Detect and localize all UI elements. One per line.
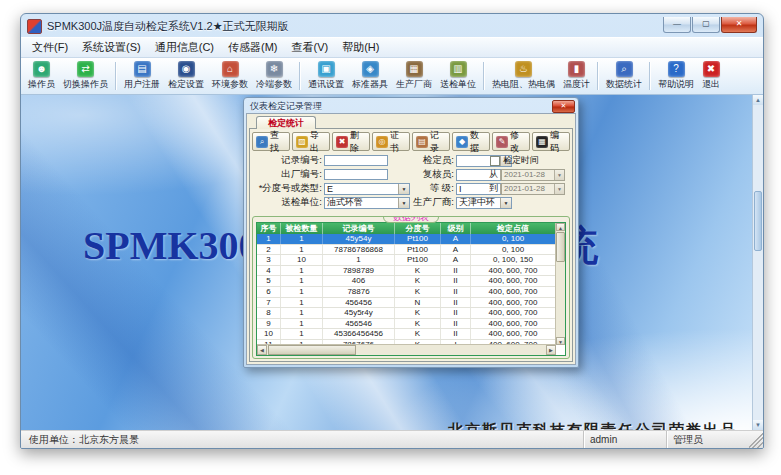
table-cell: 8 [257,308,281,318]
unit-combo[interactable]: 油式环管▼ [324,197,410,209]
horizontal-scroll-thumb[interactable] [268,345,356,355]
column-header[interactable]: 分度号 [395,223,441,234]
dialog-button-label: 编码 [550,129,566,155]
user-register-icon: ▤ [134,61,151,77]
table-cell: 1 [323,255,395,265]
toolbar-button-cold-junction-params[interactable]: ❄冷端参数 [252,59,296,94]
dialog-button-label: 数据 [470,129,486,155]
chevron-down-icon[interactable]: ▼ [500,198,511,208]
title-bar: SPMK300J温度自动检定系统V1.2★正式无限期版 — ▢ ✕ [21,14,763,37]
toolbar-button-switch-operator[interactable]: ⇄切换操作员 [59,59,112,94]
type-combo[interactable]: E▼ [324,183,410,195]
scroll-up-icon[interactable]: ▲ [753,95,763,105]
table-row[interactable]: 417898789KII400, 600, 700 [257,266,556,277]
chevron-down-icon[interactable]: ▼ [398,184,409,194]
tab-statistics[interactable]: 检定统计 [256,116,316,129]
menu-general-info[interactable]: 通用信息(C) [148,39,221,56]
table-cell: 1 [281,287,323,297]
app-icon [27,19,42,34]
toolbar-button-standard-instruments[interactable]: ◈标准器具 [348,59,392,94]
column-header[interactable]: 记录编号 [323,223,395,234]
record-button[interactable]: ▤记录 [412,132,450,151]
table-row[interactable]: 1145y54yPt100A0, 100 [257,234,556,245]
environment-params-icon: ⌂ [222,61,239,77]
toolbar-button-label: 通讯设置 [308,78,344,91]
factory-no-input[interactable] [324,169,388,180]
toolbar-button-operator[interactable]: ☻操作员 [24,59,59,94]
export-button[interactable]: ▨导出 [292,132,330,151]
table-row[interactable]: 71456456NII400, 600, 700 [257,298,556,309]
dialog-close-button[interactable]: ✕ [552,100,575,113]
toolbar-button-manufacturer[interactable]: ▦生产厂商 [392,59,436,94]
table-cell: 1 [281,319,323,329]
column-header[interactable]: 级别 [441,223,471,234]
menu-view[interactable]: 查看(V) [285,39,336,56]
table-row[interactable]: 6178876KII400, 600, 700 [257,287,556,298]
toolbar-button-user-register[interactable]: ▤用户注册 [120,59,164,94]
search-button[interactable]: ⌕查找 [252,132,290,151]
scroll-down-icon[interactable]: ▼ [556,337,565,345]
toolbar-button-exit[interactable]: ✖退出 [698,59,724,94]
menu-file[interactable]: 文件(F) [25,39,75,56]
scroll-right-icon[interactable]: ▶ [546,345,556,355]
from-date-picker[interactable]: 2021-01-28▼ [501,169,565,181]
column-header[interactable]: 检定点值 [471,223,556,234]
vertical-scroll-thumb[interactable] [556,232,565,262]
table-cell: K [395,329,441,339]
resize-grip[interactable] [749,431,763,448]
to-date-picker[interactable]: 2021-01-28▼ [501,183,565,195]
menu-system-settings[interactable]: 系统设置(S) [75,39,148,56]
column-header[interactable]: 被检数量 [281,223,323,234]
table-cell: K [395,319,441,329]
toolbar-button-help-doc[interactable]: ?帮助说明 [654,59,698,94]
record-no-input[interactable] [324,155,388,166]
scroll-left-icon[interactable]: ◀ [257,345,267,355]
toolbar-button-data-statistics[interactable]: ⌕数据统计 [602,59,646,94]
factory-no-label: 出厂编号: [254,168,322,181]
maximize-button[interactable]: ▢ [692,17,720,33]
chevron-down-icon[interactable]: ▼ [554,170,564,180]
chevron-down-icon[interactable]: ▼ [554,184,564,194]
table-row[interactable]: 91456546KII400, 600, 700 [257,319,556,330]
column-header[interactable]: 序号 [257,223,281,234]
client-scroll-thumb[interactable] [754,191,762,251]
toolbar-button-rtd-thermocouple[interactable]: ♨热电阻、热电偶 [488,59,559,94]
exit-icon: ✖ [703,61,720,77]
scroll-up-icon[interactable]: ▲ [556,223,565,231]
table-cell: 45366456456 [323,329,395,339]
toolbar-button-verify-settings[interactable]: ◉检定设置 [164,59,208,94]
menu-sensor[interactable]: 传感器(M) [221,39,285,56]
table-vertical-scrollbar[interactable]: ▲ ▼ [555,223,565,345]
toolbar-button-thermometer[interactable]: ▮温度计 [559,59,594,94]
verify-time-checkbox[interactable] [490,156,500,166]
menu-help[interactable]: 帮助(H) [335,39,386,56]
minimize-button[interactable]: — [663,17,691,33]
table-cell: 0, 100, 150 [471,255,556,265]
table-cell: 5 [257,276,281,286]
verify-settings-icon: ◉ [178,61,195,77]
table-row[interactable]: 10145366456456KII400, 600, 700 [257,329,556,340]
window-title: SPMK300J温度自动检定系统V1.2★正式无限期版 [47,19,289,34]
manufacturer-combo[interactable]: 天津中环▼ [456,197,512,209]
table-horizontal-scrollbar[interactable]: ◀ ▶ [257,344,556,355]
data-button[interactable]: ◆数据 [452,132,490,151]
client-vertical-scrollbar[interactable]: ▲ ▼ [752,95,763,430]
certificate-button[interactable]: ◎证书 [372,132,410,151]
modify-button[interactable]: ✎修改 [492,132,530,151]
table-cell: II [441,298,471,308]
scroll-down-icon[interactable]: ▼ [753,420,763,430]
from-date-value: 2021-01-28 [504,170,545,179]
table-cell: K [395,308,441,318]
delete-button[interactable]: ✖删除 [332,132,370,151]
close-button[interactable]: ✕ [721,17,757,33]
toolbar-button-inspection-unit[interactable]: ▥送检单位 [436,59,480,94]
toolbar-button-environment-params[interactable]: ⌂环境参数 [208,59,252,94]
toolbar-button-comm-settings[interactable]: ▣通讯设置 [304,59,348,94]
table-row[interactable]: 8145y5r4yKII400, 600, 700 [257,308,556,319]
table-row[interactable]: 2178786786868Pt100A0, 100 [257,245,556,256]
table-row[interactable]: 51406KII400, 600, 700 [257,276,556,287]
encode-button[interactable]: ▦编码 [532,132,570,151]
dialog-button-label: 查找 [270,129,286,155]
table-row[interactable]: 3101Pt100A0, 100, 150 [257,255,556,266]
chevron-down-icon[interactable]: ▼ [398,198,409,208]
